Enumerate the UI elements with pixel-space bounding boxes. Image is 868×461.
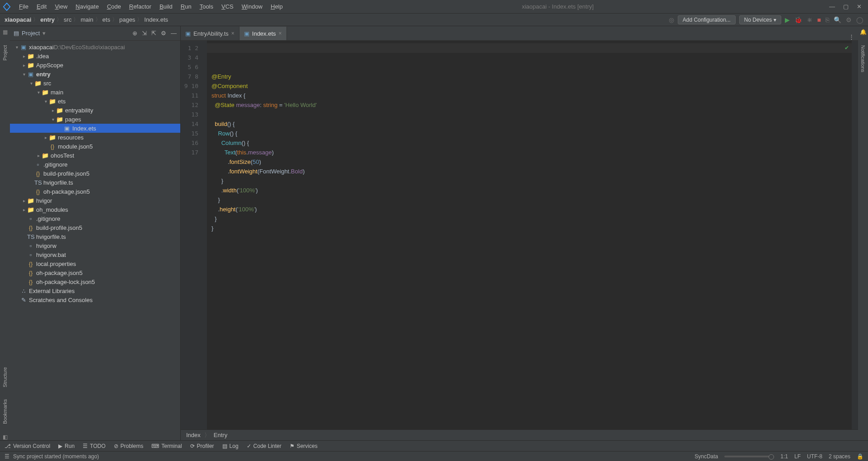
- menu-edit[interactable]: Edit: [33, 2, 50, 11]
- code-editor[interactable]: 1 2 3 4 5 6 7 8 9 10 11 12 13 14 15 16 1…: [181, 41, 858, 429]
- menu-window[interactable]: Window: [238, 2, 266, 11]
- tool-run[interactable]: ▶Run: [58, 443, 75, 449]
- fold-gutter[interactable]: [202, 41, 207, 429]
- tree-twisty-icon[interactable]: ▾: [28, 81, 34, 86]
- menu-code[interactable]: Code: [103, 2, 125, 11]
- tree-row[interactable]: {}module.json5: [10, 142, 180, 151]
- tool-terminal[interactable]: ⌨Terminal: [151, 443, 182, 449]
- device-selector[interactable]: No Devices ▾: [739, 15, 781, 24]
- tool-services[interactable]: ⚑Services: [290, 443, 318, 449]
- tree-row[interactable]: ▸📁ohosTest: [10, 151, 180, 160]
- sync-label[interactable]: SyncData: [694, 453, 718, 460]
- tree-row[interactable]: ▾📁main: [10, 88, 180, 97]
- file-encoding[interactable]: UTF-8: [807, 453, 822, 460]
- tree-row[interactable]: {}build-profile.json5: [10, 169, 180, 178]
- stop-icon[interactable]: ■: [817, 16, 821, 23]
- tree-row[interactable]: ▫hvigorw: [10, 241, 180, 250]
- tool-problems[interactable]: ⊘Problems: [114, 443, 144, 449]
- tab-options-icon[interactable]: ⋮: [845, 33, 858, 40]
- menu-refactor[interactable]: Refactor: [126, 2, 155, 11]
- tree-row[interactable]: ▸📁AppScope: [10, 61, 180, 70]
- tree-twisty-icon[interactable]: ▸: [21, 63, 27, 68]
- tree-twisty-icon[interactable]: ▾: [42, 99, 49, 104]
- collapse-all-icon[interactable]: ⇱: [151, 30, 156, 37]
- tree-twisty-icon[interactable]: ▾: [35, 90, 42, 95]
- attach-icon[interactable]: ⎘: [826, 16, 829, 23]
- tree-twisty-icon[interactable]: ▾: [50, 117, 56, 122]
- line-separator[interactable]: LF: [794, 453, 801, 460]
- menu-build[interactable]: Build: [156, 2, 176, 11]
- tree-row[interactable]: ▣Index.ets: [10, 124, 180, 133]
- run-icon[interactable]: ▶: [785, 16, 790, 23]
- tree-twisty-icon[interactable]: ▸: [21, 54, 27, 59]
- tree-row[interactable]: ▾📁pages: [10, 115, 180, 124]
- caret-position[interactable]: 1:1: [780, 453, 788, 460]
- tool-todo[interactable]: ☰TODO: [83, 443, 105, 449]
- menu-vcs[interactable]: VCS: [218, 2, 237, 11]
- tool-log[interactable]: ▤Log: [222, 443, 239, 449]
- select-opened-icon[interactable]: ⊕: [132, 30, 137, 37]
- editor-tab[interactable]: ▣EntryAbility.ts×: [181, 27, 239, 40]
- tree-twisty-icon[interactable]: ▾: [14, 45, 20, 50]
- tree-row[interactable]: ▸📁entryability: [10, 106, 180, 115]
- editor-marker-rail[interactable]: [852, 41, 858, 429]
- settings-icon[interactable]: ⚙: [846, 16, 852, 23]
- tree-row[interactable]: TShvigorfile.ts: [10, 232, 180, 241]
- close-button[interactable]: ✕: [857, 3, 862, 10]
- tree-twisty-icon[interactable]: ▸: [50, 108, 56, 113]
- coverage-icon[interactable]: ⛯: [807, 16, 813, 23]
- tab-close-icon[interactable]: ×: [279, 30, 282, 37]
- project-rail-icon[interactable]: ▦: [3, 29, 8, 35]
- maximize-button[interactable]: ▢: [843, 3, 849, 10]
- tree-row[interactable]: ▸📁oh_modules: [10, 205, 180, 214]
- tool-version-control[interactable]: ⎇Version Control: [5, 443, 50, 449]
- menu-tools[interactable]: Tools: [196, 2, 217, 11]
- editor-crumb-item[interactable]: Index: [186, 432, 201, 438]
- tree-row[interactable]: ▾▣xiaopacai D:\DevEcoStudio\xiaopacai: [10, 42, 180, 51]
- editor-crumb-item[interactable]: Entry: [214, 432, 227, 438]
- tree-row[interactable]: {}local.properties: [10, 259, 180, 268]
- tree-row[interactable]: ▸📁.idea: [10, 51, 180, 61]
- tree-twisty-icon[interactable]: ▸: [35, 153, 42, 158]
- notifications-icon[interactable]: 🔔: [860, 29, 867, 35]
- expand-all-icon[interactable]: ⇲: [142, 30, 147, 37]
- breadcrumb-item[interactable]: main: [80, 16, 93, 23]
- code-content[interactable]: @Entry @Component struct Index { @State …: [207, 41, 852, 429]
- tree-twisty-icon[interactable]: ▾: [21, 72, 27, 77]
- tree-row[interactable]: ▫hvigorw.bat: [10, 250, 180, 259]
- tree-twisty-icon[interactable]: ▸: [21, 207, 27, 212]
- tree-row[interactable]: {}oh-package.json5: [10, 268, 180, 277]
- tree-row[interactable]: ▾📁ets: [10, 97, 180, 106]
- tool-profiler[interactable]: ⟳Profiler: [190, 443, 214, 449]
- tree-twisty-icon[interactable]: ▸: [42, 135, 49, 140]
- breadcrumb-item[interactable]: xiaopacai: [5, 16, 31, 23]
- account-icon[interactable]: ◯: [856, 16, 863, 23]
- tree-row[interactable]: {}build-profile.json5: [10, 223, 180, 232]
- menu-run[interactable]: Run: [177, 2, 195, 11]
- breadcrumb-item[interactable]: Index.ets: [144, 16, 168, 23]
- menu-view[interactable]: View: [51, 2, 71, 11]
- hide-panel-icon[interactable]: —: [171, 30, 177, 37]
- project-panel-title[interactable]: ▤ Project ▾: [14, 30, 132, 37]
- minimize-button[interactable]: —: [829, 3, 835, 10]
- tree-row[interactable]: ▫.gitignore: [10, 214, 180, 223]
- menu-help[interactable]: Help: [267, 2, 286, 11]
- panel-settings-icon[interactable]: ⚙: [161, 30, 166, 37]
- debug-icon[interactable]: 🐞: [794, 16, 802, 23]
- target-icon[interactable]: ◎: [669, 16, 674, 23]
- breadcrumb-item[interactable]: src: [64, 16, 71, 23]
- indent-setting[interactable]: 2 spaces: [829, 453, 850, 460]
- breadcrumb-item[interactable]: entry: [40, 16, 55, 23]
- tree-row[interactable]: ▾▣entry: [10, 70, 180, 79]
- notifications-rail-label[interactable]: Notifications: [860, 43, 866, 74]
- structure-rail-label[interactable]: Structure: [2, 365, 8, 389]
- tree-row[interactable]: {}oh-package-lock.json5: [10, 277, 180, 286]
- tree-twisty-icon[interactable]: ▸: [21, 198, 27, 203]
- tree-row[interactable]: ⛬External Libraries: [10, 286, 180, 295]
- tree-row[interactable]: ▫.gitignore: [10, 160, 180, 169]
- search-icon[interactable]: 🔍: [834, 16, 841, 23]
- project-tree[interactable]: ▾▣xiaopacai D:\DevEcoStudio\xiaopacai▸📁.…: [10, 41, 180, 440]
- tree-row[interactable]: {}oh-package.json5: [10, 187, 180, 196]
- inspection-ok-icon[interactable]: ✔: [845, 43, 849, 53]
- bookmarks-rail-label[interactable]: Bookmarks: [2, 397, 8, 426]
